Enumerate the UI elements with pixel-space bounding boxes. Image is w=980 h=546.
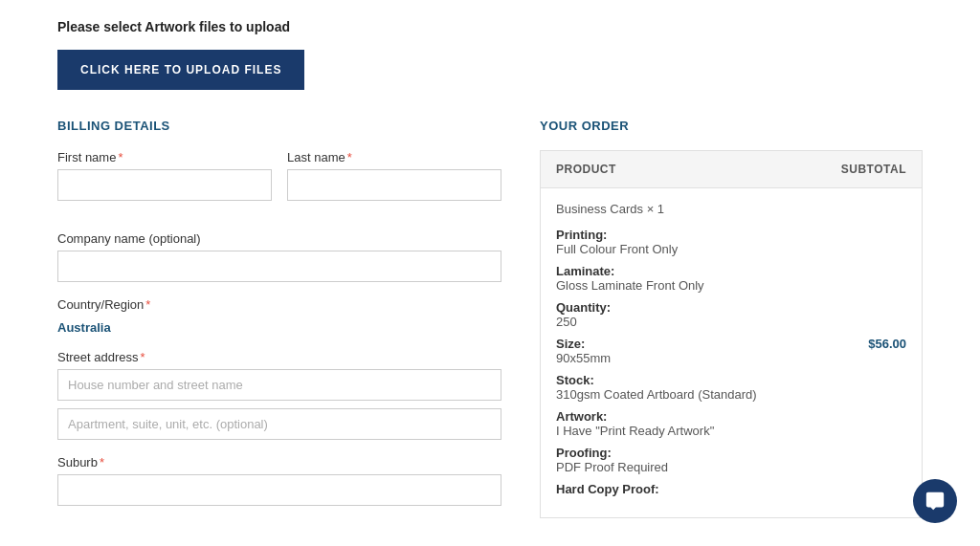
country-value: Australia bbox=[57, 320, 501, 335]
col-subtotal-header: SUBTOTAL bbox=[841, 163, 906, 176]
last-name-input[interactable] bbox=[287, 169, 501, 201]
detail-proofing: Proofing: PDF Proof Required bbox=[556, 446, 906, 474]
suburb-label: Suburb* bbox=[57, 455, 501, 470]
your-order-section: YOUR ORDER PRODUCT SUBTOTAL Business Car… bbox=[540, 119, 923, 521]
country-label: Country/Region* bbox=[57, 297, 501, 312]
street-address-group: Street address* bbox=[57, 350, 501, 440]
street-address-input-1[interactable] bbox=[57, 369, 501, 401]
artwork-upload-section: Please select Artwork files to upload CL… bbox=[57, 19, 923, 90]
suburb-input[interactable] bbox=[57, 474, 501, 506]
detail-size: Size: 90x55mm $56.00 bbox=[556, 337, 906, 365]
chat-icon bbox=[924, 491, 946, 512]
chat-bubble-button[interactable] bbox=[913, 479, 957, 523]
billing-section-title: BILLING DETAILS bbox=[57, 119, 501, 133]
company-name-label: Company name (optional) bbox=[57, 231, 501, 246]
order-table-body: Business Cards × 1 Printing: Full Colour… bbox=[541, 188, 922, 517]
upload-files-button[interactable]: CLICK HERE TO UPLOAD FILES bbox=[57, 50, 304, 90]
first-name-input[interactable] bbox=[57, 169, 272, 201]
detail-hard-copy-proof: Hard Copy Proof: bbox=[556, 482, 906, 496]
first-name-label: First name* bbox=[57, 150, 272, 164]
last-name-group: Last name* bbox=[287, 150, 501, 201]
detail-artwork: Artwork: I Have "Print Ready Artwork" bbox=[556, 409, 906, 438]
street-address-input-2[interactable] bbox=[57, 408, 501, 440]
artwork-title: Please select Artwork files to upload bbox=[57, 19, 923, 34]
detail-quantity: Quantity: 250 bbox=[556, 300, 906, 329]
main-columns: BILLING DETAILS First name* Last name* bbox=[57, 119, 923, 521]
detail-printing: Printing: Full Colour Front Only bbox=[556, 228, 906, 256]
company-name-input[interactable] bbox=[57, 251, 501, 282]
last-name-label: Last name* bbox=[287, 150, 501, 164]
detail-laminate: Laminate: Gloss Laminate Front Only bbox=[556, 264, 906, 293]
first-name-group: First name* bbox=[57, 150, 272, 201]
order-table: PRODUCT SUBTOTAL Business Cards × 1 Prin… bbox=[540, 150, 923, 518]
name-row: First name* Last name* bbox=[57, 150, 501, 216]
col-product-header: PRODUCT bbox=[556, 163, 616, 176]
billing-details-section: BILLING DETAILS First name* Last name* bbox=[57, 119, 501, 521]
company-name-group: Company name (optional) bbox=[57, 231, 501, 282]
order-section-title: YOUR ORDER bbox=[540, 119, 923, 133]
detail-stock: Stock: 310gsm Coated Artboard (Standard) bbox=[556, 373, 906, 402]
order-table-header: PRODUCT SUBTOTAL bbox=[541, 151, 922, 188]
suburb-group: Suburb* bbox=[57, 455, 501, 506]
price-subtotal: $56.00 bbox=[868, 337, 906, 351]
country-group: Country/Region* Australia bbox=[57, 297, 501, 335]
street-address-label: Street address* bbox=[57, 350, 501, 364]
product-name: Business Cards × 1 bbox=[556, 202, 906, 216]
